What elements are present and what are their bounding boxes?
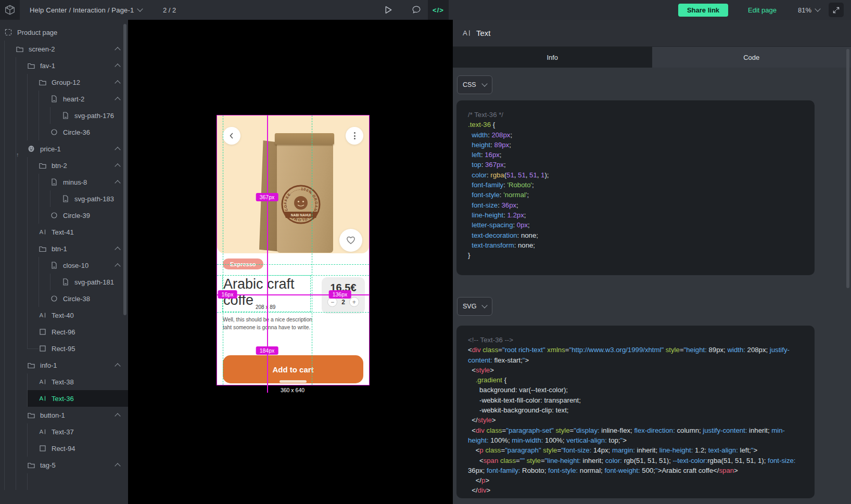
tree-item-text-38[interactable]: AText-38 xyxy=(0,373,128,390)
tree-item-close-10[interactable]: close-10 xyxy=(0,257,128,274)
layer-name: Circle-38 xyxy=(63,295,90,303)
tree-item-price-1[interactable]: price-1↑ xyxy=(0,140,128,157)
home-indicator xyxy=(280,380,307,383)
collapse-chevron-icon[interactable] xyxy=(115,80,120,86)
layer-name: Rect-96 xyxy=(52,328,75,336)
layer-name: heart-2 xyxy=(63,95,84,103)
circle-icon xyxy=(50,128,58,136)
tree-item-circle-38[interactable]: Circle-38 xyxy=(0,290,128,307)
svg-text:A: A xyxy=(40,312,44,318)
tree-item-info-1[interactable]: info-1 xyxy=(0,357,128,373)
page-counter: 2 / 2 xyxy=(163,0,176,20)
sidebar-scrollbar[interactable] xyxy=(123,24,126,315)
layers-sidebar: Product pagescreen-2fav-1Group-12heart-2… xyxy=(0,20,128,504)
inspector-header: A Text xyxy=(453,20,851,47)
circle-icon xyxy=(50,211,58,219)
collapse-chevron-icon[interactable] xyxy=(115,463,120,469)
measure-label-right: 136px xyxy=(329,290,351,299)
layer-name: btn-1 xyxy=(52,245,67,253)
guide-line-right xyxy=(312,115,312,385)
tree-item-btn-1[interactable]: btn-1 xyxy=(0,240,128,257)
svg-code-block[interactable]: <!-- Text-36 --><div class="root rich-te… xyxy=(456,326,815,498)
play-button[interactable] xyxy=(383,0,394,20)
tree-item-btn-2[interactable]: btn-2 xyxy=(0,157,128,174)
tree-item-group-12[interactable]: Group-12 xyxy=(0,74,128,91)
breadcrumb[interactable]: Help Center / Interaction / Page-1 xyxy=(30,0,142,20)
tree-item-circle-36[interactable]: Circle-36 xyxy=(0,124,128,140)
edit-page-link[interactable]: Edit page xyxy=(748,0,777,20)
circle-icon xyxy=(50,294,58,303)
tree-item-text-37[interactable]: AText-37 xyxy=(0,423,128,440)
panel-scrollbar[interactable] xyxy=(846,49,849,288)
layer-name: screen-2 xyxy=(29,45,55,53)
tree-item-minus-8[interactable]: minus-8 xyxy=(0,174,128,190)
tree-item-rect-94[interactable]: Rect-94 xyxy=(0,440,128,457)
app-logo[interactable] xyxy=(0,0,20,20)
measure-label-bottom: 184px xyxy=(256,346,278,355)
code-mode-button[interactable]: </> xyxy=(428,0,449,20)
tree-item-heart-2[interactable]: heart-2 xyxy=(0,91,128,107)
layer-name: btn-2 xyxy=(52,162,67,170)
inspector-title: Text xyxy=(476,29,491,37)
collapse-chevron-icon[interactable] xyxy=(115,97,120,102)
frame-icon xyxy=(4,28,12,36)
more-menu-button[interactable] xyxy=(346,127,363,145)
collapse-chevron-icon[interactable] xyxy=(115,63,120,69)
add-to-cart-button[interactable]: Add to cart xyxy=(223,355,363,383)
tree-item-svg-path-183[interactable]: svg-path-183 xyxy=(0,190,128,207)
tree-item-text-40[interactable]: AText-40 xyxy=(0,307,128,324)
guide-line-horizontal-3 xyxy=(217,312,369,313)
text-icon: A xyxy=(39,428,47,436)
svg-text:A: A xyxy=(40,379,44,385)
tree-item-screen-2[interactable]: screen-2 xyxy=(0,41,128,57)
layer-name: Text-40 xyxy=(52,312,74,319)
collapse-chevron-icon[interactable] xyxy=(115,163,120,169)
css-format-select[interactable]: CSS xyxy=(457,75,492,94)
svg-format-select[interactable]: SVG xyxy=(457,297,492,316)
kebab-menu-icon xyxy=(354,132,355,139)
tree-item-circle-39[interactable]: Circle-39 xyxy=(0,207,128,224)
collapse-chevron-icon[interactable] xyxy=(115,47,120,53)
collapse-chevron-icon[interactable] xyxy=(115,247,120,252)
tree-item-text-41[interactable]: AText-41 xyxy=(0,224,128,240)
code-icon: </> xyxy=(433,6,444,14)
tree-item-rect-95[interactable]: Rect-95 xyxy=(0,340,128,357)
tree-item-tag-5[interactable]: tag-5 xyxy=(0,457,128,473)
tree-item-text-36[interactable]: AText-36 xyxy=(0,390,128,407)
tree-item-fav-1[interactable]: fav-1 xyxy=(0,57,128,74)
layer-name: svg-path-176 xyxy=(74,112,114,120)
layer-name: Text-38 xyxy=(52,378,74,386)
plus-button[interactable]: + xyxy=(349,297,359,307)
tree-item-rect-96[interactable]: Rect-96 xyxy=(0,324,128,340)
layer-name: minus-8 xyxy=(63,178,87,186)
layer-name: Rect-95 xyxy=(52,345,75,353)
tab-code[interactable]: Code xyxy=(652,47,851,68)
tree-item-product page[interactable]: Product page xyxy=(0,24,128,41)
text-icon: A xyxy=(39,394,47,403)
topbar: Help Center / Interaction / Page-1 2 / 2… xyxy=(0,0,851,20)
bag-logo: 100% ORGANIC COLOMBIA COFFEE NABI NAHUI xyxy=(280,183,322,226)
collapse-chevron-icon[interactable] xyxy=(115,263,120,269)
favorite-button[interactable] xyxy=(339,229,362,252)
share-link-button[interactable]: Share link xyxy=(678,4,728,17)
preview-canvas: 100% ORGANIC COLOMBIA COFFEE NABI NAHUI xyxy=(128,20,453,504)
collapse-chevron-icon[interactable] xyxy=(115,413,120,419)
css-code-block[interactable]: /* Text-36 */.text-36 { width: 208px; he… xyxy=(456,100,815,275)
tree-item-svg-path-181[interactable]: svg-path-181 xyxy=(0,274,128,290)
file-icon xyxy=(50,178,58,186)
tree-item-svg-path-176[interactable]: svg-path-176 xyxy=(0,107,128,124)
back-button[interactable] xyxy=(223,127,240,145)
file-icon xyxy=(61,278,70,286)
fullscreen-button[interactable] xyxy=(829,3,844,17)
tree-item-button-1[interactable]: button-1 xyxy=(0,407,128,423)
text-type-icon: A xyxy=(462,29,471,37)
zoom-control[interactable]: 81% xyxy=(798,0,820,20)
collapse-chevron-icon[interactable] xyxy=(115,180,120,186)
folder-icon xyxy=(16,45,24,53)
tab-info[interactable]: Info xyxy=(453,47,652,68)
layer-name: Circle-36 xyxy=(63,128,90,136)
comment-button[interactable] xyxy=(410,0,423,20)
collapse-chevron-icon[interactable] xyxy=(115,147,120,152)
collapse-chevron-icon[interactable] xyxy=(115,363,120,369)
layer-name: info-1 xyxy=(40,361,57,369)
